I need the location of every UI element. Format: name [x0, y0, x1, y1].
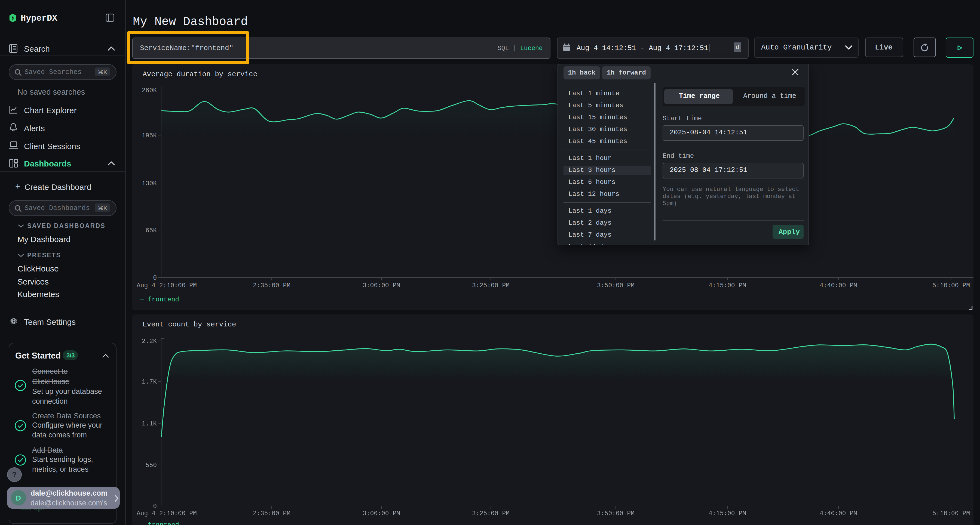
svg-text:65K: 65K: [146, 227, 157, 234]
svg-text:3:00:00 PM: 3:00:00 PM: [363, 282, 400, 289]
svg-text:Aug 4 2:10:00 PM: Aug 4 2:10:00 PM: [137, 282, 197, 289]
svg-text:Aug 4 2:10:00 PM: Aug 4 2:10:00 PM: [137, 510, 197, 517]
svg-text:3:50:00 PM: 3:50:00 PM: [597, 510, 635, 517]
svg-text:2:35:00 PM: 2:35:00 PM: [253, 510, 290, 517]
svg-text:5:10:00 PM: 5:10:00 PM: [932, 282, 970, 289]
svg-text:0: 0: [153, 274, 157, 282]
svg-text:5:10:00 PM: 5:10:00 PM: [932, 510, 970, 517]
svg-text:1.1K: 1.1K: [142, 420, 157, 427]
svg-text:550: 550: [146, 462, 157, 469]
svg-text:2.2K: 2.2K: [142, 338, 157, 345]
svg-text:4:15:00 PM: 4:15:00 PM: [709, 282, 746, 289]
svg-text:195K: 195K: [142, 132, 157, 139]
svg-text:2:35:00 PM: 2:35:00 PM: [253, 282, 290, 289]
svg-text:0: 0: [153, 503, 157, 510]
svg-text:260K: 260K: [142, 87, 157, 94]
svg-text:3:00:00 PM: 3:00:00 PM: [363, 510, 400, 517]
svg-text:4:40:00 PM: 4:40:00 PM: [820, 282, 857, 289]
svg-text:3:50:00 PM: 3:50:00 PM: [597, 282, 635, 289]
svg-text:4:15:00 PM: 4:15:00 PM: [709, 510, 746, 517]
svg-text:3:25:00 PM: 3:25:00 PM: [472, 510, 510, 517]
svg-text:1.7K: 1.7K: [142, 378, 157, 385]
svg-text:4:40:00 PM: 4:40:00 PM: [820, 510, 857, 517]
svg-text:3:25:00 PM: 3:25:00 PM: [472, 282, 510, 289]
svg-text:130K: 130K: [142, 180, 157, 187]
